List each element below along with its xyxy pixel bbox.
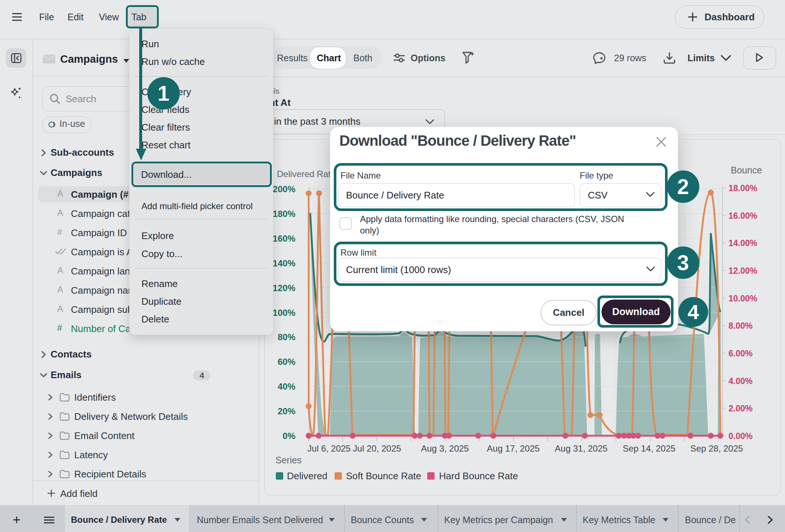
svg-text:Soft Bounce Rate: Soft Bounce Rate bbox=[346, 470, 421, 481]
svg-text:0%: 0% bbox=[282, 431, 295, 441]
svg-text:Series: Series bbox=[275, 455, 302, 465]
svg-text:160%: 160% bbox=[273, 234, 295, 243]
svg-text:Jul 6, 2025: Jul 6, 2025 bbox=[307, 443, 350, 453]
svg-text:8.00%: 8.00% bbox=[729, 321, 753, 331]
svg-text:100%: 100% bbox=[273, 308, 295, 318]
svg-text:200%: 200% bbox=[273, 184, 295, 194]
svg-text:Sep 14, 2025: Sep 14, 2025 bbox=[623, 443, 676, 453]
svg-text:40%: 40% bbox=[278, 381, 295, 391]
svg-text:Aug 3, 2025: Aug 3, 2025 bbox=[421, 443, 469, 453]
svg-text:16.00%: 16.00% bbox=[729, 211, 757, 221]
svg-text:20%: 20% bbox=[278, 406, 295, 416]
svg-text:10.00%: 10.00% bbox=[729, 294, 757, 303]
svg-text:60%: 60% bbox=[278, 357, 295, 367]
svg-text:4.00%: 4.00% bbox=[729, 376, 753, 386]
svg-text:Hard Bounce Rate: Hard Bounce Rate bbox=[439, 470, 518, 481]
svg-text:180%: 180% bbox=[273, 209, 295, 219]
svg-text:18.00%: 18.00% bbox=[729, 183, 757, 193]
svg-text:Delivered Rate: Delivered Rate bbox=[277, 169, 336, 179]
svg-text:Aug 31, 2025: Aug 31, 2025 bbox=[555, 443, 608, 453]
svg-text:0.00%: 0.00% bbox=[729, 431, 753, 441]
svg-text:2.00%: 2.00% bbox=[729, 404, 753, 413]
svg-text:Bounce: Bounce bbox=[731, 165, 762, 175]
svg-text:14.00%: 14.00% bbox=[729, 238, 757, 248]
svg-text:140%: 140% bbox=[273, 258, 295, 268]
svg-text:6.00%: 6.00% bbox=[729, 349, 753, 358]
svg-text:80%: 80% bbox=[278, 332, 295, 342]
svg-text:12.00%: 12.00% bbox=[729, 266, 757, 276]
svg-text:Delivered: Delivered bbox=[287, 470, 328, 481]
svg-text:120%: 120% bbox=[273, 283, 295, 293]
svg-text:Aug 17, 2025: Aug 17, 2025 bbox=[487, 443, 540, 453]
svg-text:Jul 20, 2025: Jul 20, 2025 bbox=[353, 443, 401, 453]
svg-text:Sep 28, 2025: Sep 28, 2025 bbox=[690, 443, 743, 453]
